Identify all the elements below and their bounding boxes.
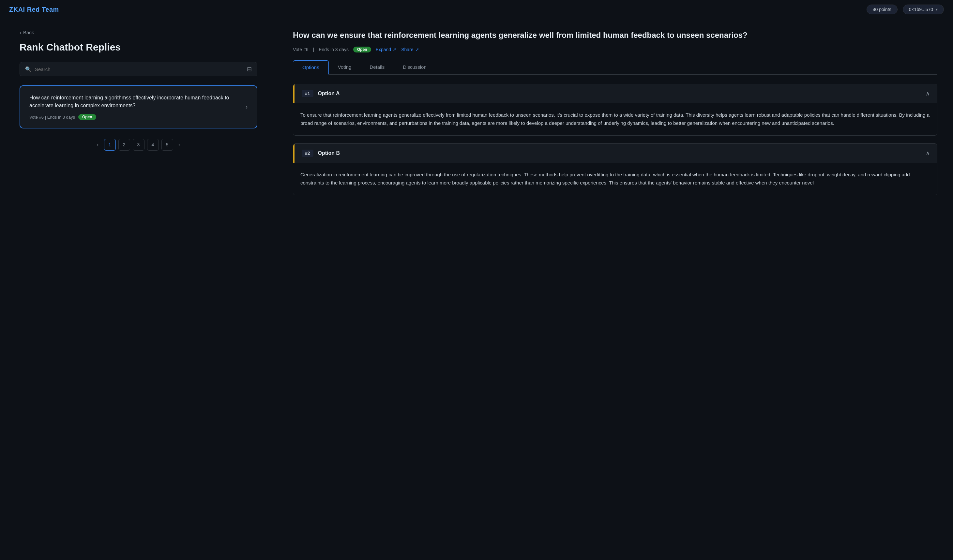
page-button-4[interactable]: 4 <box>147 139 159 151</box>
right-vote-meta: Vote #6 <box>293 47 309 52</box>
chevron-right-icon: › <box>245 104 248 110</box>
tab-options[interactable]: Options <box>293 60 329 75</box>
question-card-meta: Vote #6 | Ends in 3 days Open <box>29 114 245 120</box>
right-separator-1: | <box>313 47 314 52</box>
left-panel: ‹ Back Rank Chatbot Replies 🔍 ⊟ How can … <box>0 19 277 560</box>
tab-discussion[interactable]: Discussion <box>394 60 436 75</box>
wallet-address: 0×1b9...570 <box>909 7 933 12</box>
tab-details[interactable]: Details <box>360 60 394 75</box>
option-body-1: To ensure that reinforcement learning ag… <box>293 103 937 135</box>
page-title: Rank Chatbot Replies <box>20 42 257 53</box>
question-card[interactable]: How can reinforcement learning algorithm… <box>20 85 257 128</box>
back-link[interactable]: ‹ Back <box>20 29 257 35</box>
filter-icon[interactable]: ⊟ <box>247 65 252 73</box>
header-right: 40 points 0×1b9...570 ▾ <box>866 5 944 14</box>
tabs: Options Voting Details Discussion <box>293 60 937 75</box>
option-header-1: #1 Option A ∧ <box>293 84 937 103</box>
question-status-badge: Open <box>78 114 96 120</box>
chevron-down-icon: ▾ <box>936 7 937 12</box>
right-status-badge: Open <box>353 46 371 53</box>
wallet-button[interactable]: 0×1b9...570 ▾ <box>903 5 944 14</box>
collapse-icon-2[interactable]: ∧ <box>926 150 930 157</box>
points-badge: 40 points <box>866 5 897 14</box>
search-bar: 🔍 ⊟ <box>20 62 257 76</box>
main-layout: ‹ Back Rank Chatbot Replies 🔍 ⊟ How can … <box>0 19 953 560</box>
pagination: ‹ 1 2 3 4 5 › <box>20 139 257 151</box>
brand-logo: ZKAI Red Team <box>9 6 59 13</box>
external-link-icon: ↗ <box>393 47 397 52</box>
right-meta: Vote #6 | Ends in 3 days Open Expand ↗ S… <box>293 46 937 53</box>
page-button-1[interactable]: 1 <box>104 139 116 151</box>
share-label: Share <box>401 47 413 52</box>
header: ZKAI Red Team 40 points 0×1b9...570 ▾ <box>0 0 953 19</box>
option-card-2: #2 Option B ∧ Generalization in reinforc… <box>293 144 937 195</box>
page-button-2[interactable]: 2 <box>118 139 130 151</box>
page-button-5[interactable]: 5 <box>161 139 173 151</box>
page-button-3[interactable]: 3 <box>133 139 144 151</box>
right-panel: How can we ensure that reinforcement lea… <box>277 19 953 560</box>
question-card-content: How can reinforcement learning algorithm… <box>29 94 245 120</box>
option-card-1: #1 Option A ∧ To ensure that reinforceme… <box>293 84 937 136</box>
share-icon: ⤢ <box>415 47 419 52</box>
right-ends: Ends in 3 days <box>319 47 349 52</box>
option-body-2: Generalization in reinforcement learning… <box>293 162 937 195</box>
back-label: Back <box>23 29 34 35</box>
option-header-2: #2 Option B ∧ <box>293 144 937 162</box>
option-title-2: Option B <box>318 150 926 156</box>
share-link[interactable]: Share ⤢ <box>401 47 419 52</box>
next-page-button[interactable]: › <box>176 141 183 149</box>
collapse-icon-1[interactable]: ∧ <box>926 90 930 97</box>
expand-label: Expand <box>376 47 391 52</box>
search-icon: 🔍 <box>25 66 32 73</box>
option-number-2: #2 <box>302 150 314 157</box>
expand-link[interactable]: Expand ↗ <box>376 47 397 52</box>
chevron-left-icon: ‹ <box>20 29 21 35</box>
option-number-1: #1 <box>302 90 314 97</box>
question-vote-meta: Vote #6 | Ends in 3 days <box>29 115 75 120</box>
question-card-text: How can reinforcement learning algorithm… <box>29 94 245 110</box>
right-question-title: How can we ensure that reinforcement lea… <box>293 29 937 41</box>
option-title-1: Option A <box>318 91 926 96</box>
search-input[interactable] <box>35 67 244 72</box>
tab-voting[interactable]: Voting <box>329 60 361 75</box>
prev-page-button[interactable]: ‹ <box>94 141 101 149</box>
